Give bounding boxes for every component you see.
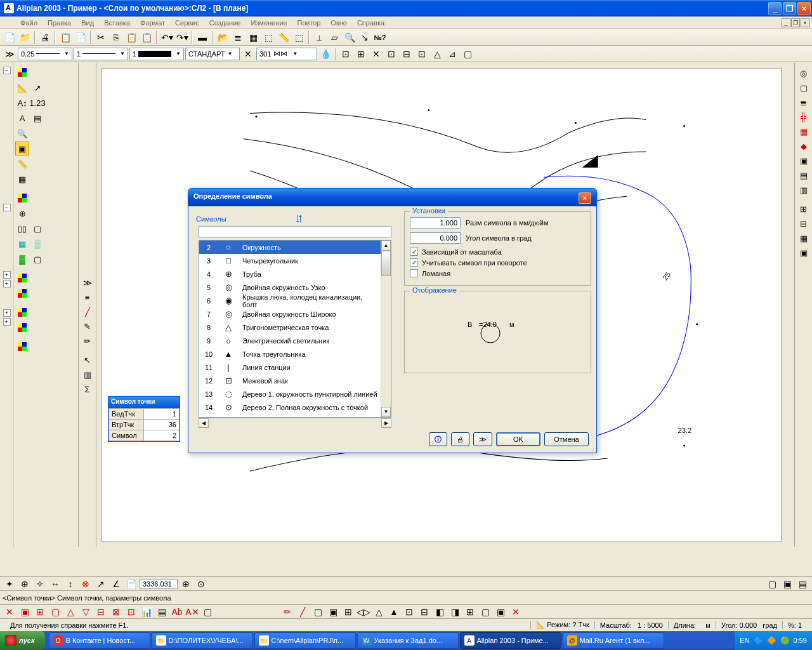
close-button[interactable]: × xyxy=(797,2,811,15)
taskbar-item[interactable]: 📁D:\ПОЛИТЕХ\УЧЕБА\... xyxy=(152,632,253,649)
tree-node[interactable]: − xyxy=(3,67,11,74)
snap3-icon[interactable]: ✕ xyxy=(369,47,383,61)
undo-icon[interactable]: ↶▾ xyxy=(160,30,174,44)
layer-combo[interactable]: СТАНДАРТ▼ xyxy=(185,48,240,60)
e5-icon[interactable]: ⊞ xyxy=(341,605,355,619)
fill2-icon[interactable]: ▒ xyxy=(30,237,44,251)
system-tray[interactable]: EN 🔷 🔶 🟢 0:59 xyxy=(734,631,812,650)
measure-icon[interactable]: ⟂ xyxy=(312,30,326,44)
m13-icon[interactable]: A✕ xyxy=(185,605,199,619)
win4-icon[interactable]: ▣ xyxy=(797,246,811,260)
polygon-icon[interactable]: ▱ xyxy=(327,30,341,44)
view3-icon[interactable]: ▥ xyxy=(797,183,811,197)
hatch2-icon[interactable]: ▤ xyxy=(30,111,44,125)
window-icon[interactable]: ▬ xyxy=(195,30,209,44)
snap7-icon[interactable]: △ xyxy=(430,47,444,61)
split-icon[interactable]: ▯▯ xyxy=(15,222,29,235)
xy-icon[interactable]: ↗ xyxy=(94,577,108,591)
scroll-down-icon[interactable]: ▼ xyxy=(381,407,391,417)
hatch-icon[interactable]: ▦ xyxy=(246,30,260,44)
view-b-icon[interactable]: ▣ xyxy=(780,577,794,591)
paste2-icon[interactable]: 📋 xyxy=(124,30,138,44)
clipboard-icon[interactable]: 📋 xyxy=(140,30,154,44)
palette2-icon[interactable] xyxy=(15,191,29,205)
e11-icon[interactable]: ◧ xyxy=(433,605,447,619)
view-c-icon[interactable]: ▤ xyxy=(796,577,809,591)
tree-node[interactable]: + xyxy=(3,318,11,326)
cut-icon[interactable]: ✂ xyxy=(94,30,108,44)
tray-icon[interactable]: 🟢 xyxy=(780,636,790,645)
snap1-icon[interactable]: ⊡ xyxy=(339,47,353,61)
tray-icon[interactable]: 🔶 xyxy=(767,636,776,645)
e4-icon[interactable]: ▣ xyxy=(326,605,340,619)
m6-icon[interactable]: ▽ xyxy=(79,605,93,619)
view1-icon[interactable]: ▣ xyxy=(797,154,811,168)
taskbar-item[interactable]: 📁C:\nem\Allplan\PRJ\п... xyxy=(254,632,356,649)
m14-icon[interactable]: ▢ xyxy=(200,605,214,619)
e12-icon[interactable]: ◨ xyxy=(448,605,462,619)
e9-icon[interactable]: ⊡ xyxy=(402,605,416,619)
menu-window[interactable]: Окно xyxy=(325,18,352,28)
tree-node[interactable]: + xyxy=(3,280,11,288)
edit-icon[interactable]: ✎ xyxy=(81,319,95,333)
tree-node[interactable]: + xyxy=(3,309,11,317)
e15-icon[interactable]: ▣ xyxy=(494,605,508,619)
new-icon[interactable]: 📄 xyxy=(3,30,16,44)
m8-icon[interactable]: ⊠ xyxy=(109,605,123,619)
angle-input[interactable] xyxy=(410,232,461,244)
menu-edit[interactable]: Правка xyxy=(43,18,76,28)
e8-icon[interactable]: ▲ xyxy=(387,605,401,619)
menu-file[interactable]: Файл xyxy=(15,18,43,28)
palette-icon[interactable] xyxy=(15,65,29,79)
snap8-icon[interactable]: ⊿ xyxy=(445,47,459,61)
print-button[interactable]: 🖨 xyxy=(451,432,469,446)
mdi-close[interactable]: × xyxy=(801,18,809,27)
pen-icon[interactable]: ✏ xyxy=(81,334,95,348)
e2-icon[interactable]: ╱ xyxy=(296,605,310,619)
m12-icon[interactable]: Ab xyxy=(170,605,184,619)
menu-format[interactable]: Формат xyxy=(135,18,170,28)
menu-create[interactable]: Создание xyxy=(204,18,246,28)
taskbar-item[interactable]: @Mail.Ru Агент (1 вкл... xyxy=(563,632,664,649)
lang-indicator[interactable]: EN xyxy=(740,637,749,644)
angle2-icon[interactable]: ∠ xyxy=(109,577,123,591)
polyline-check[interactable]: Ломаная xyxy=(410,269,586,277)
win1-icon[interactable]: ⊞ xyxy=(797,202,811,216)
fill3-icon[interactable]: ▓ xyxy=(15,252,29,266)
palette4-icon[interactable] xyxy=(15,286,29,300)
screen-icon[interactable]: ▢ xyxy=(797,81,811,95)
color-combo[interactable]: 1▼ xyxy=(129,48,184,60)
tree-node[interactable]: + xyxy=(3,271,11,279)
pipette-icon[interactable]: 💧 xyxy=(318,47,332,61)
menu-modify[interactable]: Изменение xyxy=(246,18,292,28)
m1-icon[interactable]: ✕ xyxy=(3,605,16,619)
win2-icon[interactable]: ⊟ xyxy=(797,216,811,230)
symbol-point-palette[interactable]: Символ точки ВедТчк1 ВтрТчк36 Символ2 xyxy=(108,396,180,442)
blank-icon[interactable]: ▢ xyxy=(30,252,44,266)
expand-icon[interactable]: ≫ xyxy=(3,47,16,61)
m4-icon[interactable]: ▢ xyxy=(48,605,62,619)
symbol-search[interactable] xyxy=(199,226,391,237)
clock[interactable]: 0:59 xyxy=(794,637,807,644)
measure2-icon[interactable]: 📏 xyxy=(15,157,29,171)
magnify-icon[interactable]: 🔍 xyxy=(15,126,29,140)
tool2-icon[interactable]: ⬚ xyxy=(292,30,306,44)
linetype-combo[interactable]: 1▼ xyxy=(74,48,128,60)
start-button[interactable]: пуск xyxy=(0,631,45,650)
paste-icon[interactable]: 📄 xyxy=(74,30,88,44)
arrow-icon[interactable]: ➚ xyxy=(30,81,44,95)
snap5-icon[interactable]: ⊟ xyxy=(400,47,414,61)
e10-icon[interactable]: ⊟ xyxy=(417,605,431,619)
grid3-icon[interactable]: ▦ xyxy=(797,124,811,138)
dim2-icon[interactable]: 1.23 xyxy=(30,96,44,110)
snap4-icon[interactable]: ⊡ xyxy=(384,47,398,61)
taskbar-item[interactable]: WУказания к Зад1.do... xyxy=(357,632,459,649)
palette5-icon[interactable] xyxy=(15,305,29,319)
taskbar-item[interactable]: OВ Контакте | Новост... xyxy=(49,632,150,649)
m11-icon[interactable]: ▤ xyxy=(155,605,169,619)
scrollbar[interactable]: ▲ ▼ xyxy=(381,241,391,417)
symbol-list[interactable]: 2○Окружность 3□Четырехугольник 4⊕Труба 5… xyxy=(199,240,391,418)
scale-dependent-check[interactable]: ✓Зависящий от масштаба xyxy=(410,248,586,256)
menu-repeat[interactable]: Повтор xyxy=(292,18,326,28)
m10-icon[interactable]: 📊 xyxy=(140,605,154,619)
